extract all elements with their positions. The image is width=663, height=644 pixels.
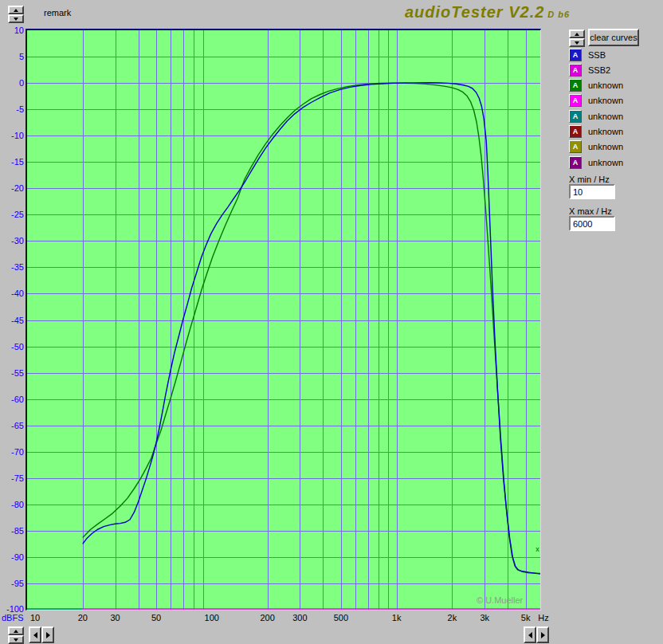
scroll-right-button[interactable] [41,626,54,643]
y-scale-up-button[interactable] [8,626,24,635]
up-arrow-icon [14,9,18,12]
x-tick-label: 30 [110,613,120,623]
legend-curve-label: SSB [588,50,606,60]
right-arrow-icon [46,632,50,638]
remark-label: remark [44,8,71,18]
app-title-text: audioTester V2.2 [405,3,544,21]
y-tick-label: 0 [0,78,24,88]
y-tick-label: -30 [0,236,24,246]
y-tick-label: -5 [0,104,24,115]
y-tick-label: -10 [0,131,24,141]
legend-color-button[interactable]: A [569,125,582,138]
legend-color-button[interactable]: A [569,110,582,123]
y-tick-label: -70 [0,447,24,457]
legend-curve-label: unknown [588,80,623,90]
legend-curve-label: unknown [588,112,623,121]
y-tick-label: -75 [0,473,24,484]
left-arrow-icon [528,632,532,638]
curve-SSB [83,83,540,574]
legend-curve-label: unknown [588,158,623,167]
up-arrow-icon [575,33,579,36]
clear-curves-button[interactable]: clear curves [588,29,639,46]
y-tick-label: -40 [0,289,24,299]
legend-curve-label: unknown [588,142,623,151]
x-tick-label: 50 [151,613,161,623]
x-tick-label: 20 [78,613,88,623]
y-scale-spinner [8,626,24,644]
x-scroll-left-group [29,626,54,643]
curve-spinner-down-button[interactable] [569,38,585,47]
y-tick-label: -60 [0,395,24,405]
y-tick-label: -80 [0,500,24,510]
legend-curve-label: SSB2 [588,65,610,75]
legend-curve-label: unknown [588,127,623,136]
x-scroll-right-group [524,626,549,643]
copyright-text: © U.Mueller [477,595,523,605]
curve-select-spinner [569,29,585,47]
x-tick-label: 300 [292,613,307,623]
up-arrow-icon [14,630,18,633]
y-tick-label: -15 [0,157,24,167]
legend-row: Aunknown [569,94,623,108]
y-tick-label: -25 [0,210,24,220]
y-tick-label: -35 [0,262,24,273]
y-tick-label: -65 [0,421,24,431]
app-title-build: D b6 [547,10,570,19]
xmax-label: X max / Hz [569,206,612,216]
legend-color-button[interactable]: A [569,156,582,169]
spinner-up-button[interactable] [8,6,24,14]
y-tick-label: -85 [0,526,24,536]
down-arrow-icon [14,18,18,21]
xmax-input[interactable] [569,216,615,231]
x-tick-label: 5k [521,613,531,623]
legend-color-button[interactable]: A [569,49,582,61]
y-tick-label: -90 [0,552,24,563]
xmin-input[interactable] [569,184,615,199]
x-tick-label: 3k [480,613,489,623]
x-tick-label: Hz [538,613,548,623]
x-tick-label: 100 [205,613,219,623]
response-chart: x [27,30,540,610]
y-tick-label: 10 [0,26,24,36]
left-arrow-icon [33,632,37,638]
x-tick-label: 2k [448,613,457,623]
right-arrow-icon [541,632,545,638]
legend-color-button[interactable]: A [569,94,582,107]
y-scale-down-button[interactable] [8,635,24,644]
y-tick-label: -55 [0,368,24,379]
legend-row: Aunknown [569,109,623,123]
curve-spinner-up-button[interactable] [569,29,585,38]
legend-row: Aunknown [569,125,623,139]
x-tick-label: 200 [260,613,274,623]
audiotester-window: remark audioTester V2.2D b6 x © U.Muelle… [0,0,663,644]
legend-color-button[interactable]: A [569,79,582,92]
legend-row: Aunknown [569,140,623,154]
y-axis-unit-label: dBFS [2,613,24,622]
xmin-label: X min / Hz [569,175,610,184]
legend-row: ASSB2 [569,63,610,77]
scroll-right-button-2[interactable] [536,626,549,643]
x-tick-label: 1k [392,613,402,623]
app-title: audioTester V2.2D b6 [405,3,570,22]
y-tick-label: 5 [0,52,24,62]
y-tick-label: -20 [0,183,24,194]
plot-area[interactable]: x [26,29,541,611]
legend-color-button[interactable]: A [569,64,582,77]
cursor-marker: x [536,545,539,553]
y-tick-label: -95 [0,579,24,589]
down-arrow-icon [14,638,18,642]
scroll-left-button[interactable] [29,626,41,643]
legend-row: Aunknown [569,155,623,169]
legend-curve-label: unknown [588,96,623,105]
spinner-down-button[interactable] [8,14,24,23]
y-tick-label: -45 [0,316,24,326]
down-arrow-icon [575,41,579,45]
x-tick-label: 10 [30,613,40,623]
legend-color-button[interactable]: A [569,140,582,153]
x-tick-label: 500 [334,613,348,623]
legend-row: Aunknown [569,79,623,92]
remark-spinner [8,6,24,23]
y-tick-label: -50 [0,342,24,352]
scroll-left-button-2[interactable] [524,626,536,643]
curve-unknown-green [83,83,540,573]
